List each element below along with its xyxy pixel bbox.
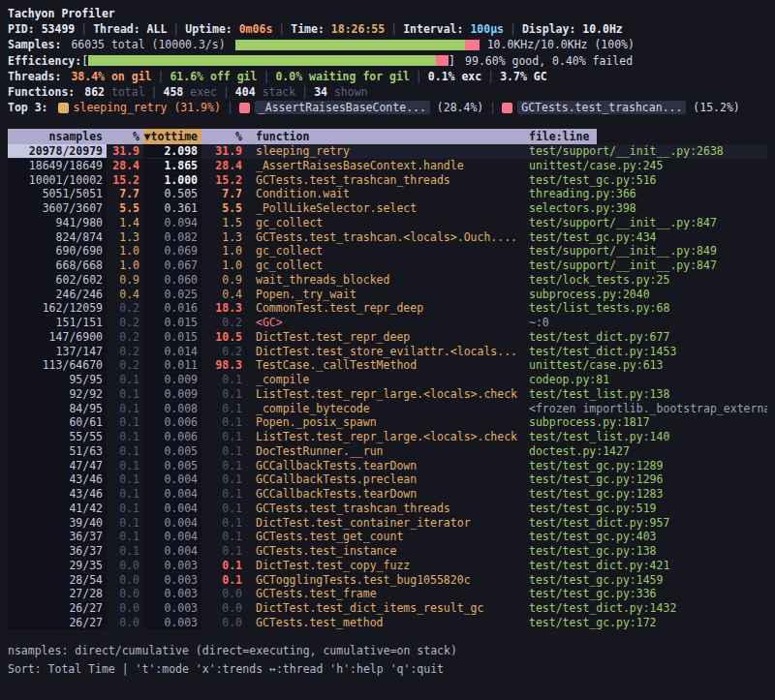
- table-row[interactable]: 5051/50517.70.5057.7Condition.waitthread…: [8, 187, 767, 201]
- table-row[interactable]: 51/630.10.0050.1DocTestRunner.__rundocte…: [8, 444, 767, 459]
- column-header-function[interactable]: function: [246, 129, 529, 144]
- separator: |: [410, 70, 428, 83]
- cell-tottime: 0.005: [143, 444, 202, 458]
- column-header-file[interactable]: file:line: [529, 129, 597, 144]
- cell-file-line: test/test_gc.py:403: [529, 530, 767, 543]
- table-row[interactable]: 36/370.10.0040.1GCTests.test_instancetes…: [8, 544, 767, 559]
- cell-function: GCCallbackTests.tearDown: [246, 459, 529, 472]
- column-header-cumpct[interactable]: %: [202, 129, 246, 144]
- table-row[interactable]: 113/646700.20.01198.3TestCase._callTestM…: [8, 358, 767, 373]
- table-row[interactable]: 147/69000.20.01510.5DictTest.test_repr_d…: [8, 330, 767, 345]
- top3-function-name: _AssertRaisesBaseConte...: [255, 101, 430, 114]
- cell-file-line: test/test_gc.py:516: [529, 173, 767, 187]
- table-row[interactable]: 668/6681.00.0671.0gc_collecttest/support…: [8, 259, 767, 273]
- column-header-tottime-sorted[interactable]: ▼tottime: [143, 129, 202, 144]
- cell-function: DictTest.test_dict_items_result_gc: [246, 601, 529, 615]
- table-row[interactable]: 55/550.10.0060.1ListTest.test_repr_large…: [8, 430, 767, 444]
- table-row[interactable]: 18649/1864928.41.86528.4_AssertRaisesBas…: [8, 159, 767, 173]
- table-row[interactable]: 36/370.10.0040.1GCTests.test_get_countte…: [8, 530, 767, 544]
- cell-file-line: test/test_dict.py:957: [529, 516, 767, 530]
- table-row[interactable]: 60/610.10.0060.1Popen._posix_spawnsubpro…: [8, 415, 767, 430]
- cell-cumulative-pct: 7.7: [202, 187, 246, 200]
- column-header-nsamples[interactable]: nsamples: [8, 129, 107, 144]
- cell-tottime: 2.098: [143, 144, 202, 158]
- status-label: Interval:: [403, 22, 470, 36]
- samples-line: Samples: 66035 total (10000.3/s) 10.0KHz…: [8, 37, 767, 52]
- table-row[interactable]: 43/460.10.0040.1GCCallbackTests.tearDown…: [8, 487, 767, 502]
- table-row[interactable]: 10001/1000215.21.00015.2GCTests.test_tra…: [8, 172, 767, 187]
- table-row[interactable]: 26/270.00.0030.0GCTests.test_methodtest/…: [8, 616, 767, 630]
- table-row[interactable]: 92/920.10.0090.1ListTest.test_repr_large…: [8, 387, 767, 402]
- cell-cumulative-pct: 0.1: [202, 459, 246, 472]
- table-row[interactable]: 690/6901.00.0691.0gc_collecttest/support…: [8, 244, 767, 259]
- table-row[interactable]: 26/270.00.0030.0DictTest.test_dict_items…: [8, 601, 767, 616]
- separator: |: [167, 22, 185, 36]
- cell-tottime: 0.003: [143, 616, 202, 629]
- cell-function: gc_collect: [246, 216, 529, 229]
- samples-text: 66035 total (10000.3/s): [61, 38, 225, 51]
- cell-tottime: 0.005: [143, 459, 202, 472]
- table-row[interactable]: 151/1510.20.0150.2<GC>~:0: [8, 316, 767, 330]
- cell-file-line: <frozen importlib._bootstrap_external: [529, 402, 767, 415]
- function-count-label: total: [111, 85, 145, 99]
- cell-tottime: 0.004: [143, 544, 202, 558]
- cell-nsamples: 151/151: [8, 316, 107, 329]
- cell-cumulative-pct: 1.0: [202, 259, 246, 272]
- cell-nsamples: 95/95: [8, 373, 107, 386]
- cell-nsamples: 60/61: [8, 415, 107, 429]
- cell-file-line: subprocess.py:1817: [529, 415, 767, 429]
- cell-function: gc_collect: [246, 244, 529, 258]
- profile-table-body: 20978/2097931.92.09831.9sleeping_retryte…: [8, 144, 767, 630]
- table-row[interactable]: 39/400.10.0040.1DictTest.test_container_…: [8, 515, 767, 530]
- cell-function: GCTests.test_trashcan.<locals>.Ouch....: [246, 230, 529, 244]
- cell-nsamples: 29/35: [8, 559, 107, 572]
- table-row[interactable]: 29/350.00.0030.1DictTest.test_copy_fuzzt…: [8, 559, 767, 573]
- table-row[interactable]: 162/120590.20.01618.3CommonTest.test_rep…: [8, 301, 767, 316]
- table-row[interactable]: 28/540.00.0030.1GCTogglingTests.test_bug…: [8, 572, 767, 587]
- column-header-pct[interactable]: %: [107, 129, 143, 144]
- table-row[interactable]: 27/280.00.0030.0GCTests.test_frametest/t…: [8, 587, 767, 601]
- cell-nsamples: 92/92: [8, 387, 107, 401]
- cell-direct-pct: 1.3: [107, 230, 143, 244]
- cell-function: DictTest.test_store_evilattr.<locals...: [246, 345, 529, 358]
- cell-tottime: 0.505: [143, 187, 202, 200]
- sleep-icon: [58, 103, 69, 113]
- separator: |: [504, 22, 522, 36]
- cell-cumulative-pct: 0.1: [202, 559, 246, 572]
- table-row[interactable]: 246/2460.40.0250.4Popen._try_waitsubproc…: [8, 287, 767, 301]
- cell-nsamples: 36/37: [8, 530, 107, 543]
- cell-nsamples: 690/690: [8, 244, 107, 258]
- cell-function: wait_threads_blocked: [246, 273, 529, 287]
- status-bar: PID: 53499|Thread: ALL|Uptime: 0m06s|Tim…: [8, 21, 767, 37]
- table-row[interactable]: 43/460.10.0040.1GCCallbackTests.preclean…: [8, 472, 767, 487]
- top3-items: sleeping_retry (31.9%)|_AssertRaisesBase…: [58, 101, 740, 114]
- efficiency-line: Efficiency: [ ] 99.60% good, 0.40% faile…: [8, 53, 767, 69]
- table-row[interactable]: 3607/36075.50.3615.5_PollLikeSelector.se…: [8, 201, 767, 216]
- table-row[interactable]: 84/950.10.0080.1_compile_bytecode<frozen…: [8, 401, 767, 415]
- cell-function: DictTest.test_repr_deep: [246, 330, 529, 344]
- cell-function: GCTests.test_get_count: [246, 530, 529, 543]
- status-value: 53499: [42, 22, 76, 36]
- table-row[interactable]: 941/9801.40.0941.5gc_collecttest/support…: [8, 216, 767, 230]
- cell-direct-pct: 0.4: [107, 288, 143, 301]
- table-row[interactable]: 137/1470.20.0140.2DictTest.test_store_ev…: [8, 344, 767, 358]
- cell-function: Popen._posix_spawn: [246, 415, 529, 429]
- table-row[interactable]: 824/8741.30.0821.3GCTests.test_trashcan.…: [8, 229, 767, 244]
- cell-function: GCTests.test_method: [246, 616, 529, 629]
- cell-direct-pct: 15.2: [107, 173, 143, 187]
- cell-file-line: subprocess.py:2040: [529, 288, 767, 301]
- cell-function: TestCase._callTestMethod: [246, 358, 529, 372]
- table-row[interactable]: 602/6020.90.0600.9wait_threads_blockedte…: [8, 273, 767, 288]
- cell-tottime: 0.011: [143, 358, 202, 372]
- functions-items: 862 total|458 exec|404 stack|34 shown: [84, 85, 367, 99]
- cell-cumulative-pct: 0.1: [202, 387, 246, 401]
- cell-nsamples: 36/37: [8, 544, 107, 558]
- table-row[interactable]: 95/950.10.0090.1_compilecodeop.py:81: [8, 373, 767, 387]
- cell-cumulative-pct: 0.0: [202, 616, 246, 629]
- cell-nsamples: 26/27: [8, 601, 107, 615]
- separator: |: [385, 22, 403, 36]
- cell-tottime: 0.009: [143, 373, 202, 386]
- table-row[interactable]: 47/470.10.0050.1GCCallbackTests.tearDown…: [8, 458, 767, 472]
- table-row[interactable]: 20978/2097931.92.09831.9sleeping_retryte…: [8, 144, 767, 159]
- table-row[interactable]: 41/420.10.0040.1GCTests.test_trashcan_th…: [8, 502, 767, 516]
